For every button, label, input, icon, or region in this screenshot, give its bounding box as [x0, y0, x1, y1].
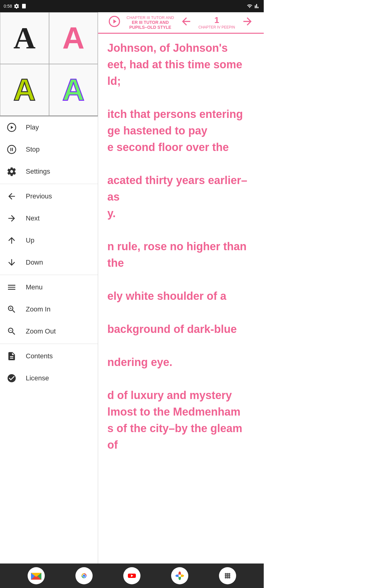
- wifi-icon: [247, 3, 253, 9]
- menu-item-previous[interactable]: Previous: [0, 185, 98, 207]
- menu-item-menu[interactable]: Menu: [0, 276, 98, 298]
- menu-item-down[interactable]: Down: [0, 251, 98, 273]
- signal-icon: [255, 3, 260, 9]
- pause-icon: [6, 144, 17, 155]
- sim-icon: [21, 3, 27, 9]
- page-number: 1: [214, 15, 219, 25]
- menu-item-license[interactable]: License: [0, 367, 98, 389]
- top-nav: CHAPTER III TUTOR AND ER III TUTOR AND P…: [98, 12, 264, 34]
- divider-2: [0, 275, 98, 275]
- status-bar: 0:58: [0, 0, 264, 12]
- contents-label: Contents: [26, 352, 53, 360]
- settings-icon: [14, 3, 19, 9]
- svg-rect-5: [12, 148, 13, 151]
- menu-item-settings[interactable]: Settings: [0, 160, 98, 183]
- stop-label: Stop: [26, 145, 40, 153]
- reading-content: Johnson, of Johnson's eet, had at this t…: [98, 34, 264, 564]
- font-style-outline-purple[interactable]: A: [49, 64, 98, 116]
- svg-point-3: [8, 145, 16, 154]
- down-label: Down: [26, 258, 43, 266]
- menu-item-stop[interactable]: Stop: [0, 138, 98, 160]
- chapter-main-text: CHAPTER III TUTOR AND: [127, 15, 174, 20]
- menu-section: Play Stop: [0, 116, 98, 389]
- status-right: [247, 3, 260, 9]
- bottom-bar: [0, 564, 264, 588]
- menu-item-contents[interactable]: Contents: [0, 345, 98, 367]
- svg-point-30: [225, 577, 227, 579]
- nav-right-icon: [241, 15, 254, 28]
- nav-page: 1 CHAPTER IV PEEPIN: [196, 15, 237, 29]
- svg-point-28: [227, 575, 228, 577]
- font-letter-outline-green: A: [13, 72, 36, 107]
- svg-point-26: [228, 573, 230, 575]
- nav-play-icon: [108, 15, 121, 28]
- svg-point-31: [227, 577, 228, 579]
- zoom-out-icon: [6, 326, 17, 337]
- menu-item-next[interactable]: Next: [0, 207, 98, 229]
- font-style-outline-green[interactable]: A: [0, 64, 49, 116]
- time: 0:58: [4, 4, 12, 9]
- svg-point-22: [178, 575, 181, 577]
- next-label: Next: [26, 214, 40, 222]
- nav-play-button[interactable]: [104, 15, 125, 28]
- menu-item-zoom-out[interactable]: Zoom Out: [0, 320, 98, 342]
- play-label: Play: [26, 123, 39, 131]
- main-layout: A A A A Play: [0, 12, 264, 564]
- page-chapter-text: CHAPTER IV PEEPIN: [198, 25, 235, 29]
- svg-point-29: [228, 575, 230, 577]
- chrome-app-icon[interactable]: [75, 567, 93, 584]
- chapter-sub-text: ER III TUTOR AND PUPILS–OLD STYLE: [125, 20, 176, 30]
- menu-label: Menu: [26, 283, 43, 291]
- apps-launcher-icon[interactable]: [219, 567, 236, 584]
- nav-left-icon: [180, 15, 192, 28]
- previous-label: Previous: [26, 192, 52, 200]
- arrow-right-icon: [6, 213, 17, 224]
- font-letter-serif-black: A: [13, 21, 36, 56]
- svg-marker-2: [11, 126, 13, 129]
- svg-rect-4: [10, 148, 11, 151]
- settings-menu-icon: [6, 166, 17, 177]
- arrow-down-icon: [6, 257, 17, 268]
- divider-3: [0, 344, 98, 344]
- svg-point-32: [228, 577, 230, 579]
- font-letter-outline-purple: A: [62, 72, 84, 107]
- menu-item-up[interactable]: Up: [0, 229, 98, 251]
- license-label: License: [26, 374, 49, 382]
- nav-chapter: CHAPTER III TUTOR AND ER III TUTOR AND P…: [125, 15, 176, 30]
- svg-marker-7: [113, 19, 117, 23]
- zoom-in-label: Zoom In: [26, 305, 51, 313]
- svg-point-13: [83, 575, 85, 577]
- arrow-up-icon: [6, 235, 17, 246]
- nav-prev-button[interactable]: [176, 15, 196, 28]
- license-icon: [6, 373, 17, 384]
- status-left: 0:58: [4, 3, 27, 9]
- menu-item-zoom-in[interactable]: Zoom In: [0, 298, 98, 320]
- divider-1: [0, 184, 98, 184]
- zoom-out-label: Zoom Out: [26, 327, 56, 335]
- font-style-serif-black[interactable]: A: [0, 12, 49, 64]
- photos-app-icon[interactable]: [171, 567, 188, 584]
- svg-point-25: [227, 573, 228, 575]
- up-label: Up: [26, 236, 34, 244]
- svg-rect-0: [22, 4, 26, 9]
- hamburger-icon: [6, 282, 17, 293]
- menu-item-play[interactable]: Play: [0, 116, 98, 138]
- zoom-in-icon: [6, 304, 17, 315]
- font-style-sans-pink[interactable]: A: [49, 12, 98, 64]
- content-panel: CHAPTER III TUTOR AND ER III TUTOR AND P…: [98, 12, 264, 564]
- reading-text-paragraph: Johnson, of Johnson's eet, had at this t…: [107, 40, 255, 453]
- svg-point-27: [225, 575, 227, 577]
- arrow-left-icon: [6, 191, 17, 202]
- play-icon: [6, 122, 17, 133]
- youtube-app-icon[interactable]: [123, 567, 140, 584]
- nav-next-button[interactable]: [237, 15, 258, 28]
- contents-icon: [6, 351, 17, 362]
- settings-label: Settings: [26, 168, 50, 175]
- font-letter-sans-pink: A: [62, 21, 84, 56]
- svg-point-24: [225, 573, 227, 575]
- sidebar: A A A A Play: [0, 12, 98, 564]
- font-grid: A A A A: [0, 12, 98, 116]
- gmail-app-icon[interactable]: [28, 567, 45, 584]
